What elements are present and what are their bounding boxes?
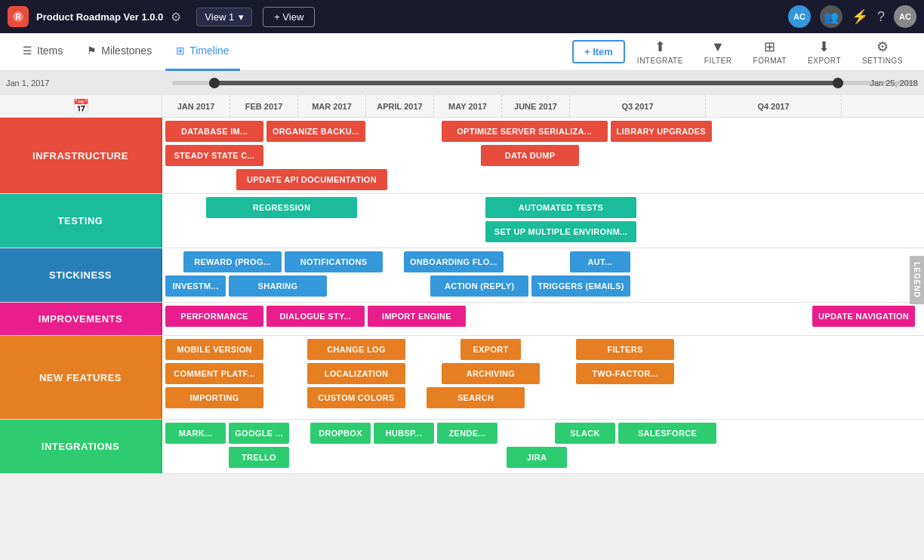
settings-icon: ⚙ — [876, 38, 889, 55]
add-view-button[interactable]: + View — [263, 7, 315, 27]
chip-dialogue[interactable]: DIALOGUE STY... — [266, 306, 365, 327]
label-infrastructure: INFRASTRUCTURE — [0, 118, 162, 193]
chip-trello[interactable]: TRELLO — [229, 447, 289, 468]
chip-changelog[interactable]: CHANGE LOG — [307, 339, 405, 360]
timeline-label: Timeline — [189, 45, 229, 57]
header-row: 📅 JAN 2017 FEB 2017 MAR 2017 APRIL 2017 … — [0, 95, 924, 118]
chip-database[interactable]: DATABASE IM... — [165, 121, 263, 142]
newf-row-2: COMMENT PLATF... LOCALIZATION ARCHIVING … — [165, 363, 679, 384]
row-infrastructure: INFRASTRUCTURE DATABASE IM... ORGANIZE B… — [0, 118, 924, 194]
chip-update-nav[interactable]: UPDATE NAVIGATION — [812, 306, 915, 327]
stickiness-row-2: INVESTM... SHARING ACTION (REPLY) TRIGGE… — [165, 275, 635, 297]
chip-aut[interactable]: AUT... — [570, 251, 630, 272]
chip-import-engine[interactable]: IMPORT ENGINE — [368, 306, 466, 327]
chip-steady[interactable]: STEADY STATE C... — [165, 145, 263, 166]
chip-library[interactable]: LIBRARY UPGRADES — [611, 121, 712, 142]
month-q3: Q3 2017 — [570, 95, 706, 117]
chip-regression[interactable]: REGRESSION — [206, 197, 357, 218]
month-mar: MAR 2017 — [298, 95, 366, 117]
infra-row-1: DATABASE IM... ORGANIZE BACKU... OPTIMIZ… — [165, 121, 718, 142]
pulse-icon[interactable]: ⚡ — [852, 8, 868, 25]
help-icon[interactable]: ? — [877, 9, 885, 25]
sub-nav: ☰ Items ⚑ Milestones ⊞ Timeline + Item ⬆… — [0, 33, 924, 71]
label-stickiness: STICKINESS — [0, 248, 162, 302]
chip-reward[interactable]: REWARD (PROG... — [183, 251, 282, 272]
newf-row-3: IMPORTING CUSTOM COLORS SEARCH — [165, 387, 679, 408]
nav-milestones[interactable]: ⚑ Milestones — [76, 33, 162, 71]
export-action[interactable]: ⬇ EXPORT — [799, 38, 850, 65]
chip-mark[interactable]: MARK... — [165, 423, 226, 444]
integ-row-2: TRELLO JIRA — [165, 447, 721, 468]
chip-triggers[interactable]: TRIGGERS (EMAILS) — [531, 275, 630, 297]
chip-investm[interactable]: INVESTM... — [165, 275, 226, 297]
user-avatar-profile[interactable]: AC — [894, 5, 916, 28]
label-testing: TESTING — [0, 194, 162, 248]
add-item-button[interactable]: + Item — [572, 40, 625, 63]
chip-sharing[interactable]: SHARING — [229, 275, 327, 297]
nav-timeline[interactable]: ⊞ Timeline — [165, 33, 239, 71]
chip-mobile[interactable]: MOBILE VERSION — [165, 339, 263, 360]
chip-api-doc[interactable]: UPDATE API DOCUMENTATION — [236, 169, 387, 190]
chip-automated[interactable]: AUTOMATED TESTS — [485, 197, 636, 218]
range-fill — [209, 81, 843, 85]
nav-icons: AC 👥 ⚡ ? AC — [788, 5, 916, 28]
integrate-action[interactable]: ⬆ INTEGRATE — [628, 38, 692, 65]
chip-setup[interactable]: SET UP MULTIPLE ENVIRONM... — [485, 221, 636, 242]
legend-tab[interactable]: LEGEND — [910, 256, 924, 304]
chip-google[interactable]: GOOGLE ... — [229, 423, 289, 444]
label-new-features: NEW FEATURES — [0, 336, 162, 419]
chip-action-reply[interactable]: ACTION (REPLY) — [430, 275, 528, 297]
chip-localization[interactable]: LOCALIZATION — [307, 363, 405, 384]
chip-importing[interactable]: IMPORTING — [165, 387, 263, 408]
chip-comment[interactable]: COMMENT PLATF... — [165, 363, 263, 384]
chip-filters[interactable]: FILTERS — [576, 339, 674, 360]
integ-row-1: MARK... GOOGLE ... DROPBOX HUBSP... ZEND… — [165, 423, 721, 444]
filter-action[interactable]: ▼ FILTER — [695, 39, 741, 65]
testing-row-1: REGRESSION AUTOMATED TESTS — [165, 197, 642, 218]
range-handle-left[interactable] — [209, 78, 220, 88]
nav-items[interactable]: ☰ Items — [12, 33, 73, 71]
chip-performance[interactable]: PERFORMANCE — [165, 306, 263, 327]
content-new-features: MOBILE VERSION CHANGE LOG EXPORT FILTERS… — [162, 336, 924, 419]
gear-icon[interactable]: ⚙ — [171, 10, 181, 24]
testing-row-2: SET UP MULTIPLE ENVIRONM... — [165, 221, 642, 242]
chip-slack[interactable]: SLACK — [555, 423, 615, 444]
items-icon: ☰ — [23, 45, 32, 57]
content-integrations: MARK... GOOGLE ... DROPBOX HUBSP... ZEND… — [162, 420, 924, 473]
view-selector[interactable]: View 1 ▾ — [196, 8, 252, 26]
chip-hubspot[interactable]: HUBSP... — [374, 423, 434, 444]
chip-datadump[interactable]: DATA DUMP — [481, 145, 579, 166]
chip-export[interactable]: EXPORT — [460, 339, 521, 360]
calendar-icon: 📅 — [72, 98, 89, 115]
chip-archiving[interactable]: ARCHIVING — [442, 363, 540, 384]
chip-jira[interactable]: JIRA — [507, 447, 567, 468]
content-stickiness: REWARD (PROG... NOTIFICATIONS ONBOARDING… — [162, 248, 924, 302]
range-handle-right[interactable] — [833, 78, 843, 88]
nav-icon-community[interactable]: 👥 — [820, 5, 842, 28]
svg-text:R: R — [15, 13, 21, 21]
label-integrations: INTEGRATIONS — [0, 420, 162, 473]
month-jun: JUNE 2017 — [502, 95, 570, 117]
user-avatar-ac[interactable]: AC — [788, 5, 811, 28]
format-action[interactable]: ⊞ FORMAT — [744, 38, 796, 65]
chip-zendesk[interactable]: ZENDE... — [437, 423, 497, 444]
settings-action[interactable]: ⚙ SETTINGS — [853, 38, 912, 65]
range-start-date: Jan 1, 2017 — [6, 78, 50, 88]
items-label: Items — [37, 45, 63, 57]
chip-search[interactable]: SEARCH — [427, 387, 525, 408]
chip-onboarding[interactable]: ONBOARDING FLO... — [404, 251, 504, 272]
timeline-icon: ⊞ — [176, 45, 185, 57]
row-improvements: IMPROVEMENTS PERFORMANCE DIALOGUE STY...… — [0, 303, 924, 336]
timeline-grid[interactable]: 📅 JAN 2017 FEB 2017 MAR 2017 APRIL 2017 … — [0, 95, 924, 560]
chip-organize[interactable]: ORGANIZE BACKU... — [266, 121, 365, 142]
improvements-row-1: PERFORMANCE DIALOGUE STY... IMPORT ENGIN… — [165, 306, 921, 327]
top-nav: R Product Roadmap Ver 1.0.0 ⚙ View 1 ▾ +… — [0, 0, 924, 33]
chip-optimize[interactable]: OPTIMIZE SERVER SERIALIZA... — [442, 121, 608, 142]
chip-dropbox[interactable]: DROPBOX — [310, 423, 371, 444]
label-improvements: IMPROVEMENTS — [0, 303, 162, 335]
month-columns: JAN 2017 FEB 2017 MAR 2017 APRIL 2017 MA… — [162, 95, 924, 117]
chip-salesforce[interactable]: SALESFORCE — [618, 423, 716, 444]
chip-twofactor[interactable]: TWO-FACTOR... — [576, 363, 674, 384]
chip-custom-colors[interactable]: CUSTOM COLORS — [307, 387, 405, 408]
chip-notifications[interactable]: NOTIFICATIONS — [285, 251, 383, 272]
